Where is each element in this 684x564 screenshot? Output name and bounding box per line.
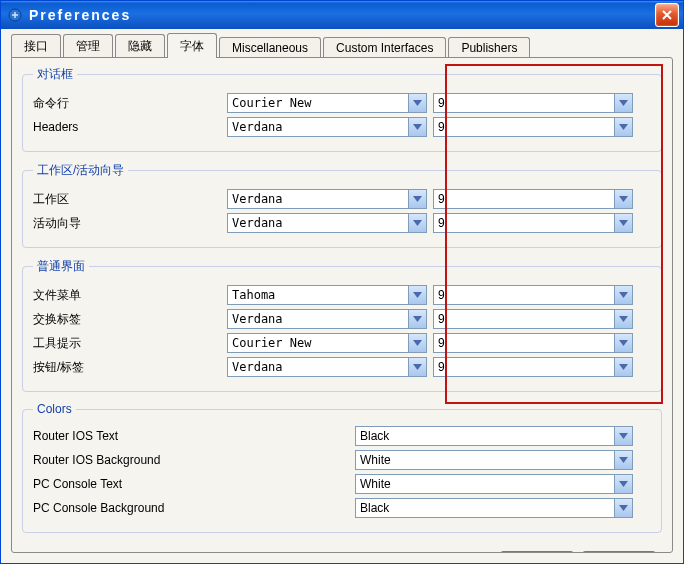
tab-panel-font: 对话框 命令行 Courier New 9 Headers Verdana 9 … (11, 57, 673, 553)
close-button[interactable] (655, 3, 679, 27)
chevron-down-icon (408, 310, 426, 328)
chevron-down-icon (408, 214, 426, 232)
select-file-menu-size[interactable]: 9 (433, 285, 633, 305)
select-pc-console-background[interactable]: Black (355, 498, 633, 518)
label-commandline: 命令行 (33, 95, 221, 112)
chevron-down-icon (408, 94, 426, 112)
select-activity-wizard-font[interactable]: Verdana (227, 213, 427, 233)
chevron-down-icon (614, 475, 632, 493)
label-tooltips: 工具提示 (33, 335, 221, 352)
chevron-down-icon (614, 310, 632, 328)
select-router-ios-background[interactable]: White (355, 450, 633, 470)
chevron-down-icon (408, 334, 426, 352)
chevron-down-icon (408, 190, 426, 208)
chevron-down-icon (408, 118, 426, 136)
group-colors-legend: Colors (33, 402, 76, 416)
preferences-window: Preferences 接口 管理 隐藏 字体 Miscellaneous Cu… (0, 0, 684, 564)
select-buttons-labels-font[interactable]: Verdana (227, 357, 427, 377)
dialog-footer: 应用 重置 (22, 543, 662, 553)
select-workspace-font[interactable]: Verdana (227, 189, 427, 209)
label-switch-tabs: 交换标签 (33, 311, 221, 328)
label-buttons-labels: 按钮/标签 (33, 359, 221, 376)
select-headers-font[interactable]: Verdana (227, 117, 427, 137)
select-tooltips-font[interactable]: Courier New (227, 333, 427, 353)
label-pc-console-background: PC Console Background (33, 501, 349, 515)
tab-admin[interactable]: 管理 (63, 34, 113, 58)
row-router-ios-background: Router IOS Background White (33, 450, 651, 470)
label-file-menu: 文件菜单 (33, 287, 221, 304)
window-title: Preferences (29, 7, 131, 23)
chevron-down-icon (614, 427, 632, 445)
window-body: 接口 管理 隐藏 字体 Miscellaneous Custom Interfa… (1, 29, 683, 563)
chevron-down-icon (614, 286, 632, 304)
chevron-down-icon (408, 358, 426, 376)
row-commandline: 命令行 Courier New 9 (33, 93, 651, 113)
select-tooltips-size[interactable]: 9 (433, 333, 633, 353)
select-router-ios-text[interactable]: Black (355, 426, 633, 446)
row-workspace: 工作区 Verdana 9 (33, 189, 651, 209)
chevron-down-icon (614, 118, 632, 136)
group-workspace: 工作区/活动向导 工作区 Verdana 9 活动向导 Verdana 9 (22, 162, 662, 248)
row-activity-wizard: 活动向导 Verdana 9 (33, 213, 651, 233)
select-switch-tabs-font[interactable]: Verdana (227, 309, 427, 329)
tab-publishers[interactable]: Publishers (448, 37, 530, 58)
row-switch-tabs: 交换标签 Verdana 9 (33, 309, 651, 329)
row-file-menu: 文件菜单 Tahoma 9 (33, 285, 651, 305)
group-colors: Colors Router IOS Text Black Router IOS … (22, 402, 662, 533)
chevron-down-icon (614, 214, 632, 232)
row-pc-console-text: PC Console Text White (33, 474, 651, 494)
label-pc-console-text: PC Console Text (33, 477, 349, 491)
select-file-menu-font[interactable]: Tahoma (227, 285, 427, 305)
select-buttons-labels-size[interactable]: 9 (433, 357, 633, 377)
chevron-down-icon (408, 286, 426, 304)
group-workspace-legend: 工作区/活动向导 (33, 162, 128, 179)
tab-font[interactable]: 字体 (167, 33, 217, 58)
tab-interface[interactable]: 接口 (11, 34, 61, 58)
select-switch-tabs-size[interactable]: 9 (433, 309, 633, 329)
apply-button[interactable]: 应用 (500, 551, 574, 553)
tab-misc[interactable]: Miscellaneous (219, 37, 321, 58)
tab-hide[interactable]: 隐藏 (115, 34, 165, 58)
tab-custom-interfaces[interactable]: Custom Interfaces (323, 37, 446, 58)
select-headers-size[interactable]: 9 (433, 117, 633, 137)
label-workspace: 工作区 (33, 191, 221, 208)
group-dialog-legend: 对话框 (33, 66, 77, 83)
app-icon (7, 7, 23, 23)
label-router-ios-text: Router IOS Text (33, 429, 349, 443)
select-commandline-font[interactable]: Courier New (227, 93, 427, 113)
label-headers: Headers (33, 120, 221, 134)
select-commandline-size[interactable]: 9 (433, 93, 633, 113)
select-workspace-size[interactable]: 9 (433, 189, 633, 209)
row-router-ios-text: Router IOS Text Black (33, 426, 651, 446)
group-general-legend: 普通界面 (33, 258, 89, 275)
row-headers: Headers Verdana 9 (33, 117, 651, 137)
chevron-down-icon (614, 358, 632, 376)
row-tooltips: 工具提示 Courier New 9 (33, 333, 651, 353)
titlebar: Preferences (1, 1, 683, 29)
chevron-down-icon (614, 190, 632, 208)
chevron-down-icon (614, 334, 632, 352)
select-activity-wizard-size[interactable]: 9 (433, 213, 633, 233)
select-pc-console-text[interactable]: White (355, 474, 633, 494)
label-activity-wizard: 活动向导 (33, 215, 221, 232)
row-pc-console-background: PC Console Background Black (33, 498, 651, 518)
chevron-down-icon (614, 499, 632, 517)
tab-strip: 接口 管理 隐藏 字体 Miscellaneous Custom Interfa… (11, 35, 673, 57)
reset-button[interactable]: 重置 (582, 551, 656, 553)
chevron-down-icon (614, 451, 632, 469)
row-buttons-labels: 按钮/标签 Verdana 9 (33, 357, 651, 377)
group-dialog: 对话框 命令行 Courier New 9 Headers Verdana 9 (22, 66, 662, 152)
label-router-ios-background: Router IOS Background (33, 453, 349, 467)
chevron-down-icon (614, 94, 632, 112)
group-general: 普通界面 文件菜单 Tahoma 9 交换标签 Verdana 9 工具提示 C… (22, 258, 662, 392)
